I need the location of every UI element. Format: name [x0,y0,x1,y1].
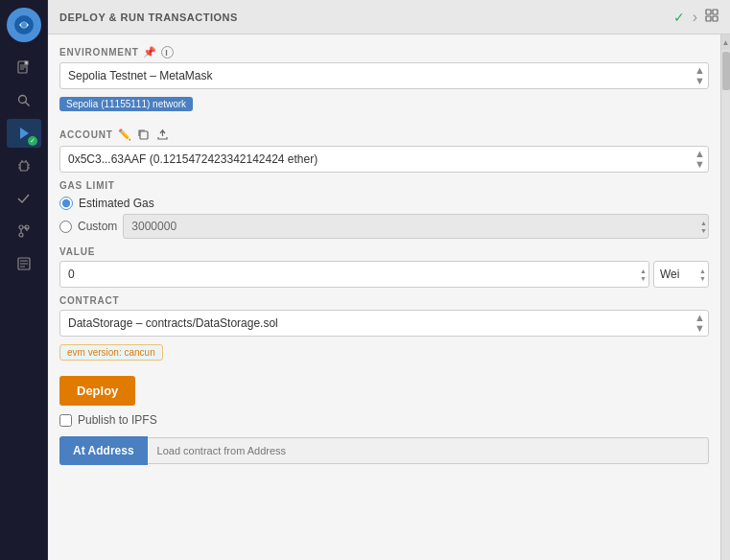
check-icon[interactable]: ✓ [673,10,685,25]
sidebar-git-icon[interactable] [7,217,41,245]
svg-line-8 [25,103,29,106]
environment-select[interactable]: Sepolia Testnet – MetaMask [59,62,709,89]
svg-rect-18 [706,10,711,14]
svg-rect-10 [20,162,28,171]
custom-gas-input-wrapper: ▲ ▼ [123,214,709,239]
pin-icon[interactable]: 📌 [143,46,157,58]
account-edit-icon[interactable]: ✏️ [117,127,132,142]
svg-rect-22 [140,131,148,139]
at-address-row: At Address [59,436,709,465]
svg-rect-19 [713,10,718,14]
environment-select-wrapper: Sepolia Testnet – MetaMask ▲▼ [59,62,709,89]
svg-point-12 [19,233,23,237]
scroll-up-arrow[interactable]: ▲ [721,35,730,50]
arrow-icon[interactable]: › [693,9,697,26]
custom-gas-label: Custom [78,220,117,233]
main-panel: DEPLOY & RUN TRANSACTIONS ✓ › ENVIRONMEN… [48,0,730,560]
evm-badge: evm version: cancun [59,344,163,361]
at-address-input[interactable] [148,437,709,464]
sidebar: ✓ [0,0,48,560]
account-section: ACCOUNT ✏️ [59,127,709,173]
value-down-arrow[interactable]: ▼ [640,275,647,282]
sidebar-search-icon[interactable] [7,86,41,115]
sidebar-verify-icon[interactable] [7,184,41,213]
network-badge: Sepolia (11155111) network [59,97,193,111]
value-label: VALUE [59,246,709,257]
environment-section: ENVIRONMENT 📌 i Sepolia Testnet – MetaMa… [59,46,709,119]
environment-label: ENVIRONMENT 📌 i [59,46,709,58]
logo [7,8,41,42]
svg-point-11 [19,225,23,229]
panel-content: ENVIRONMENT 📌 i Sepolia Testnet – MetaMa… [48,35,720,560]
scroll-thumb[interactable] [722,52,730,90]
sidebar-debug-icon[interactable] [7,152,41,180]
value-input[interactable] [59,261,649,288]
value-spinner: ▲ ▼ [640,268,647,282]
header-actions: ✓ › [673,9,718,26]
unit-select[interactable]: Wei Gwei Ether [653,261,709,288]
scrollbar: ▲ [720,35,730,560]
account-label: ACCOUNT [59,129,113,140]
account-export-icon[interactable] [155,127,171,142]
panel-header: DEPLOY & RUN TRANSACTIONS ✓ › [48,0,730,35]
gas-up-arrow[interactable]: ▲ [700,220,707,226]
svg-point-7 [18,96,26,104]
gas-down-arrow[interactable]: ▼ [700,227,707,234]
sidebar-run-icon[interactable]: ✓ [7,119,41,148]
gas-limit-label: GAS LIMIT [59,180,709,191]
value-row: ▲ ▼ Wei Gwei Ether ▲ ▼ [59,261,709,288]
value-section: VALUE ▲ ▼ Wei Gwei Ether [59,246,709,288]
account-copy-icon[interactable] [136,127,152,142]
contract-select[interactable]: DataStorage – contracts/DataStorage.sol [59,310,709,337]
unit-select-wrapper: Wei Gwei Ether ▲ ▼ [653,261,709,288]
svg-marker-9 [20,128,29,139]
contract-label: CONTRACT [59,295,709,306]
sidebar-files-icon[interactable] [7,54,41,82]
env-info-icon[interactable]: i [161,46,174,58]
deploy-button[interactable]: Deploy [59,376,135,406]
custom-gas-input[interactable] [123,214,709,239]
custom-gas-row: Custom ▲ ▼ [59,214,709,239]
run-badge: ✓ [28,136,37,146]
custom-gas-radio[interactable] [59,221,72,233]
panel-title: DEPLOY & RUN TRANSACTIONS [59,12,238,23]
gas-limit-section: GAS LIMIT Estimated Gas Custom ▲ ▼ [59,180,709,239]
publish-ipfs-label: Publish to IPFS [78,413,157,427]
estimated-gas-radio[interactable] [59,197,73,210]
contract-select-wrapper: DataStorage – contracts/DataStorage.sol … [59,310,709,337]
svg-rect-3 [25,61,28,64]
publish-row: Publish to IPFS [59,413,709,427]
svg-point-1 [21,22,27,28]
value-input-wrapper: ▲ ▼ [59,261,649,288]
value-up-arrow[interactable]: ▲ [640,268,647,274]
publish-ipfs-checkbox[interactable] [59,414,72,427]
svg-rect-21 [713,16,718,21]
account-label-row: ACCOUNT ✏️ [59,127,709,142]
at-address-button[interactable]: At Address [59,436,148,465]
estimated-gas-label: Estimated Gas [79,197,154,210]
account-select-wrapper: 0x5C3...63AAF (0.1215472423342142424 eth… [59,146,709,173]
contract-section: CONTRACT DataStorage – contracts/DataSto… [59,295,709,368]
panels-icon[interactable] [705,9,718,25]
sidebar-docs-icon[interactable] [7,249,41,278]
account-select[interactable]: 0x5C3...63AAF (0.1215472423342142424 eth… [59,146,709,173]
deploy-row: Deploy [59,376,709,413]
svg-rect-20 [706,16,711,21]
estimated-gas-row: Estimated Gas [59,197,709,210]
gas-spinner: ▲ ▼ [700,220,707,234]
